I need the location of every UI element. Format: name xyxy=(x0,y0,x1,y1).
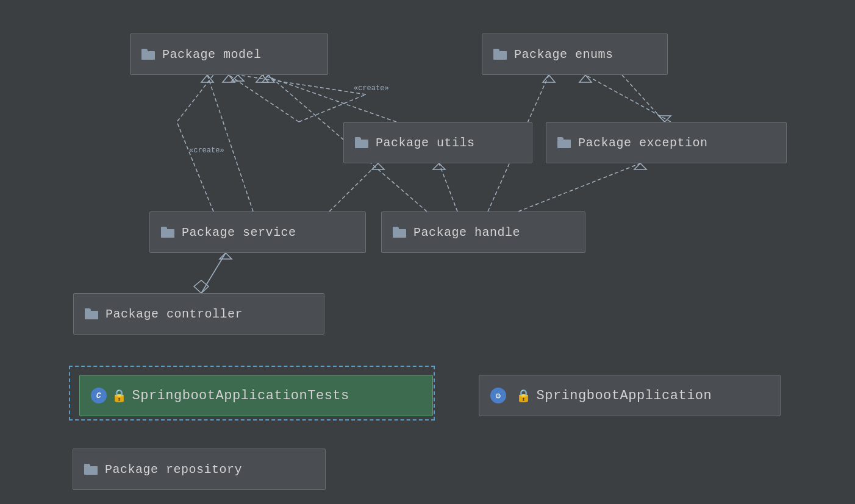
svg-marker-11 xyxy=(543,75,555,82)
package-repository-label: Package repository xyxy=(105,463,242,477)
svg-line-24 xyxy=(329,163,378,211)
package-model-box[interactable]: Package model xyxy=(130,34,328,75)
folder-icon xyxy=(85,308,98,319)
svg-text:«create»: «create» xyxy=(189,146,224,155)
package-enums-box[interactable]: Package enums xyxy=(482,34,668,75)
folder-icon xyxy=(393,227,406,238)
lock-icon-2: 🔒 xyxy=(516,388,532,403)
class-icon-c: C xyxy=(91,388,107,403)
folder-icon xyxy=(557,137,571,148)
package-handle-label: Package handle xyxy=(413,225,520,240)
package-model-label: Package model xyxy=(162,48,262,62)
package-repository-box[interactable]: Package repository xyxy=(73,449,326,490)
folder-icon xyxy=(161,227,174,238)
springboot-tests-label: SpringbootApplicationTests xyxy=(132,388,349,403)
svg-line-16 xyxy=(585,75,671,122)
svg-marker-7 xyxy=(262,75,274,82)
spring-icon: ⚙ xyxy=(490,388,506,403)
package-utils-label: Package utils xyxy=(376,136,475,150)
package-enums-label: Package enums xyxy=(514,48,614,62)
package-controller-label: Package controller xyxy=(106,307,243,321)
package-service-box[interactable]: Package service xyxy=(149,211,366,253)
springboot-application-tests-box[interactable]: C 🔒 SpringbootApplicationTests xyxy=(79,375,433,416)
svg-line-0 xyxy=(262,75,396,122)
svg-marker-17 xyxy=(579,75,592,82)
svg-line-14 xyxy=(622,75,665,122)
svg-marker-1 xyxy=(256,75,268,82)
package-exception-box[interactable]: Package exception xyxy=(546,122,787,163)
svg-line-4 xyxy=(207,75,253,211)
svg-marker-22 xyxy=(194,280,209,293)
folder-icon xyxy=(355,137,368,148)
package-controller-box[interactable]: Package controller xyxy=(73,293,324,335)
folder-icon xyxy=(141,49,155,60)
svg-marker-25 xyxy=(372,163,384,169)
svg-marker-3 xyxy=(223,75,235,82)
package-utils-box[interactable]: Package utils xyxy=(343,122,532,163)
svg-marker-20 xyxy=(232,75,244,81)
svg-marker-23 xyxy=(220,253,232,259)
package-service-label: Package service xyxy=(182,225,296,240)
springboot-application-box[interactable]: ⚙ 🔒 SpringbootApplication xyxy=(479,375,781,416)
svg-marker-15 xyxy=(659,116,671,122)
lock-icon: 🔒 xyxy=(112,388,127,403)
svg-line-12 xyxy=(518,163,640,211)
package-handle-box[interactable]: Package handle xyxy=(381,211,585,253)
folder-icon xyxy=(84,464,98,475)
svg-marker-5 xyxy=(201,75,213,82)
svg-line-2 xyxy=(229,75,299,122)
springboot-app-label: SpringbootApplication xyxy=(537,388,712,403)
svg-line-19 xyxy=(238,75,366,94)
package-exception-label: Package exception xyxy=(578,136,708,150)
diagram-canvas: «create» «create» Package model Package … xyxy=(0,0,855,504)
svg-line-18 xyxy=(299,94,366,122)
svg-marker-13 xyxy=(634,163,646,169)
folder-icon xyxy=(493,49,507,60)
svg-line-8 xyxy=(439,163,457,211)
svg-text:«create»: «create» xyxy=(354,84,389,93)
svg-marker-9 xyxy=(433,163,445,169)
svg-line-21 xyxy=(201,253,226,293)
